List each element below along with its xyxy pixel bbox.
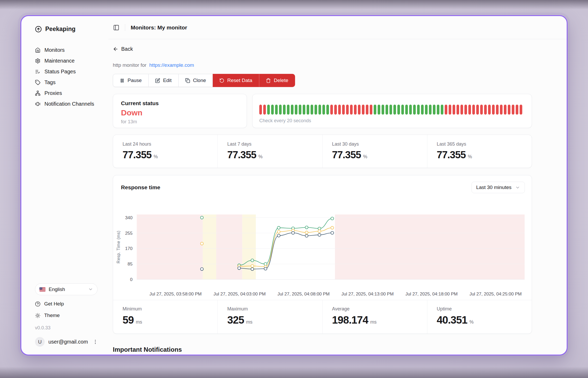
edit-icon bbox=[155, 78, 160, 83]
heartbeat-bar[interactable] bbox=[299, 105, 301, 115]
chart-point bbox=[331, 231, 334, 234]
heartbeat-bar[interactable] bbox=[338, 105, 341, 115]
heartbeat-bar[interactable] bbox=[492, 105, 495, 115]
heartbeat-bar[interactable] bbox=[460, 105, 463, 115]
sidebar-item-proxies[interactable]: Proxies bbox=[35, 88, 101, 99]
user-menu[interactable]: U user@gmail.com bbox=[35, 337, 98, 347]
heartbeat-bar[interactable] bbox=[346, 105, 349, 115]
heartbeat-bar[interactable] bbox=[409, 105, 412, 115]
heartbeat-bar[interactable] bbox=[386, 105, 388, 115]
chart-point bbox=[277, 234, 280, 237]
chart-point bbox=[318, 227, 321, 230]
heartbeat-bar[interactable] bbox=[326, 105, 329, 115]
svg-text:Jul 27, 2025, 04:25:00 PM: Jul 27, 2025, 04:25:00 PM bbox=[469, 292, 521, 297]
heartbeat-bar[interactable] bbox=[303, 105, 305, 115]
sidebar-item-notification-channels[interactable]: Notification Channels bbox=[35, 99, 101, 109]
monitor-url-link[interactable]: https://example.com bbox=[149, 62, 194, 68]
heartbeat-bar[interactable] bbox=[382, 105, 384, 115]
heartbeat-bar[interactable] bbox=[374, 105, 376, 115]
pause-button[interactable]: Pause bbox=[113, 74, 149, 87]
heartbeat-bar[interactable] bbox=[334, 105, 337, 115]
heartbeat-bar[interactable] bbox=[307, 105, 309, 115]
heartbeat-bar[interactable] bbox=[464, 105, 467, 115]
delete-button[interactable]: Delete bbox=[259, 74, 295, 87]
heartbeat-bar[interactable] bbox=[453, 105, 455, 115]
heartbeat-bar[interactable] bbox=[445, 105, 447, 115]
heartbeat-bar[interactable] bbox=[275, 105, 278, 115]
sidebar-item-label: Proxies bbox=[44, 90, 62, 96]
heartbeat-bar[interactable] bbox=[496, 105, 499, 115]
sidebar-item-tags[interactable]: Tags bbox=[35, 77, 101, 88]
tag-icon bbox=[35, 80, 40, 85]
heartbeat-bar[interactable] bbox=[504, 105, 506, 115]
heartbeat-bar[interactable] bbox=[508, 105, 510, 115]
theme-toggle[interactable]: Theme bbox=[35, 313, 101, 318]
heartbeat-bar[interactable] bbox=[350, 105, 353, 115]
heartbeat-bar[interactable] bbox=[389, 105, 392, 115]
heartbeat-bar[interactable] bbox=[488, 105, 491, 115]
heartbeat-bar[interactable] bbox=[433, 105, 435, 115]
heartbeat-bar[interactable] bbox=[405, 105, 408, 115]
heartbeat-bar[interactable] bbox=[315, 105, 317, 115]
heartbeat-bar[interactable] bbox=[267, 105, 270, 115]
edit-button[interactable]: Edit bbox=[149, 74, 179, 87]
chart-point bbox=[292, 231, 295, 234]
heartbeat-bar[interactable] bbox=[279, 105, 282, 115]
language-selector[interactable]: English bbox=[35, 283, 98, 295]
heartbeat-bar[interactable] bbox=[362, 105, 364, 115]
heartbeat-bar[interactable] bbox=[472, 105, 475, 115]
heartbeat-bar[interactable] bbox=[425, 105, 428, 115]
heartbeat-bar[interactable] bbox=[417, 105, 420, 115]
heartbeat-bar[interactable] bbox=[366, 105, 368, 115]
heartbeat-bar[interactable] bbox=[397, 105, 400, 115]
heartbeat-bar[interactable] bbox=[441, 105, 443, 115]
heartbeat-bar[interactable] bbox=[484, 105, 487, 115]
heartbeat-bar[interactable] bbox=[370, 105, 372, 115]
get-help-link[interactable]: Get Help bbox=[35, 301, 101, 307]
monitor-type-label: http monitor for bbox=[113, 62, 146, 68]
heartbeat-bar[interactable] bbox=[378, 105, 380, 115]
heartbeat-bar[interactable] bbox=[263, 105, 266, 115]
heartbeat-bar[interactable] bbox=[271, 105, 274, 115]
clone-button[interactable]: Clone bbox=[179, 74, 213, 87]
kebab-menu-icon[interactable] bbox=[93, 339, 98, 345]
heartbeat-bar[interactable] bbox=[476, 105, 479, 115]
heartbeat-bar[interactable] bbox=[342, 105, 345, 115]
heartbeat-bar[interactable] bbox=[283, 105, 286, 115]
heartbeat-bar[interactable] bbox=[468, 105, 471, 115]
heartbeat-bar[interactable] bbox=[401, 105, 404, 115]
heartbeat-bar[interactable] bbox=[358, 105, 361, 115]
heartbeat-bar[interactable] bbox=[318, 105, 321, 115]
gear-icon bbox=[35, 58, 40, 64]
heartbeat-bar[interactable] bbox=[322, 105, 325, 115]
heartbeat-bar[interactable] bbox=[500, 105, 503, 115]
time-range-select[interactable]: Last 30 minutes bbox=[472, 182, 525, 193]
sidebar-item-maintenance[interactable]: Maintenance bbox=[35, 55, 101, 66]
heartbeat-bar[interactable] bbox=[516, 105, 518, 115]
heartbeat-bar[interactable] bbox=[421, 105, 424, 115]
sidebar-item-status-pages[interactable]: Status Pages bbox=[35, 66, 101, 77]
heartbeat-bar[interactable] bbox=[354, 105, 357, 115]
heartbeat-bar[interactable] bbox=[480, 105, 483, 115]
heartbeat-bar[interactable] bbox=[393, 105, 396, 115]
heartbeat-bar[interactable] bbox=[413, 105, 416, 115]
reset-data-button[interactable]: Reset Data bbox=[213, 74, 259, 87]
sidebar-item-monitors[interactable]: Monitors bbox=[35, 45, 101, 55]
heartbeat-bar[interactable] bbox=[429, 105, 432, 115]
heartbeat-bar[interactable] bbox=[291, 105, 293, 115]
heartbeat-bar[interactable] bbox=[512, 105, 514, 115]
heartbeat-bar[interactable] bbox=[295, 105, 297, 115]
heartbeat-bar[interactable] bbox=[437, 105, 439, 115]
heartbeat-bar[interactable] bbox=[330, 105, 333, 115]
response-time-chart: 085170255340Resp. Time (ms)Jul 27, 2025,… bbox=[113, 197, 532, 300]
heartbeat-bar[interactable] bbox=[457, 105, 459, 115]
heartbeat-bar[interactable] bbox=[520, 105, 522, 115]
back-button[interactable]: Back bbox=[113, 46, 133, 52]
heartbeat-bar[interactable] bbox=[287, 105, 290, 115]
heartbeat-bar[interactable] bbox=[311, 105, 313, 115]
sidebar-toggle-icon[interactable] bbox=[113, 24, 119, 31]
stat-unit: % bbox=[154, 154, 158, 160]
heartbeat-bar[interactable] bbox=[449, 105, 451, 115]
heartbeat-bar[interactable] bbox=[259, 105, 262, 115]
chart-point bbox=[305, 234, 308, 237]
